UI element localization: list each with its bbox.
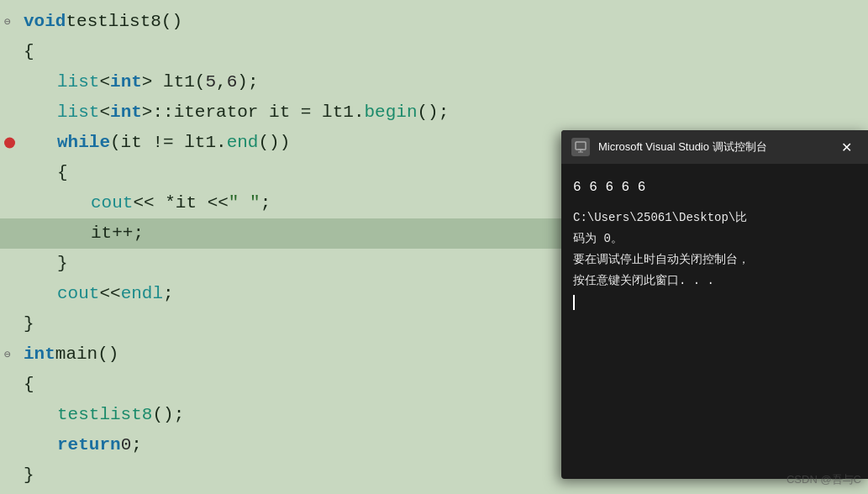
console-press-key: 按任意键关闭此窗口. . . (573, 272, 856, 290)
console-path-line2: 码为 0。 (573, 230, 856, 248)
code-token: 0 (121, 430, 132, 460)
code-token: (); (418, 97, 450, 128)
console-titlebar-left: Microsoft Visual Studio 调试控制台 (571, 138, 767, 156)
code-token: } (57, 249, 68, 279)
code-token: main() (55, 339, 119, 370)
code-token: } (24, 309, 34, 339)
console-app-icon (571, 138, 590, 156)
code-token: , (216, 67, 227, 97)
code-token: << (99, 279, 120, 309)
code-token: ; (163, 279, 174, 309)
code-line: list<int>::iterator it = lt1.begin(); (0, 97, 571, 128)
code-line: { (0, 370, 571, 400)
code-token: (it != lt1. (110, 128, 227, 158)
code-token: ); (237, 67, 258, 97)
code-area: ⊖void testlist8(){list<int> lt1(5, 6);li… (0, 0, 571, 491)
code-line: { (0, 37, 571, 67)
code-token: cout (91, 188, 133, 218)
code-token: int (110, 67, 142, 97)
code-token: ()) (258, 128, 290, 158)
code-token: cout (57, 279, 99, 309)
code-token: 6 (227, 67, 238, 97)
code-token: { (57, 158, 68, 188)
code-token: testlist8 (57, 400, 152, 430)
watermark: CSDN @吾与C (786, 472, 861, 487)
code-token: >::iterator it = lt1. (142, 97, 365, 128)
code-line: ⊖void testlist8() (0, 7, 571, 37)
code-line: testlist8(); (0, 400, 571, 430)
code-token: (); (152, 400, 184, 430)
code-token: while (57, 128, 110, 158)
code-token: ; (260, 188, 271, 218)
code-token: << *it << (133, 188, 228, 218)
console-output-numbers: 6 6 6 6 6 (573, 177, 856, 199)
code-line: cout << *it <<" "; (0, 188, 571, 218)
code-token: ; (133, 218, 144, 249)
code-line: } (0, 249, 571, 279)
console-debug-stop: 要在调试停止时自动关闭控制台， (573, 251, 856, 269)
code-line: { (0, 158, 571, 188)
breakpoint-marker (4, 138, 15, 149)
code-line: while (it != lt1.end()) (0, 128, 571, 158)
code-token: it++ (91, 218, 133, 249)
console-close-button[interactable]: ✕ (834, 135, 858, 159)
code-token: void (24, 7, 66, 37)
code-token: < (99, 97, 110, 128)
code-token: endl (121, 279, 163, 309)
code-line: return 0; (0, 430, 571, 460)
code-line: cout << endl; (0, 279, 571, 309)
code-token: } (24, 460, 34, 491)
code-line: list<int> lt1(5, 6); (0, 67, 571, 97)
console-window: Microsoft Visual Studio 调试控制台 ✕ 6 6 6 6 … (561, 130, 868, 479)
monitor-icon (575, 141, 587, 153)
code-line: } (0, 460, 571, 491)
console-cursor (573, 295, 575, 310)
code-token: " " (229, 188, 260, 218)
fold-marker: ⊖ (4, 349, 11, 360)
code-token: end (227, 128, 259, 158)
code-token: list (57, 67, 99, 97)
code-token: testlist8() (66, 7, 182, 37)
code-token: int (110, 97, 142, 128)
code-token: { (24, 37, 34, 67)
svg-rect-0 (576, 142, 586, 150)
code-token: return (57, 430, 121, 460)
code-token: int (24, 339, 55, 370)
console-body: 6 6 6 6 6 C:\Users\25061\Desktop\比 码为 0。… (561, 164, 868, 328)
code-token: < (99, 67, 110, 97)
fold-marker: ⊖ (4, 17, 11, 28)
code-line: it++; (0, 218, 571, 249)
code-token: ; (131, 430, 142, 460)
code-token: begin (365, 97, 418, 128)
code-token: > lt1( (142, 67, 206, 97)
code-line: } (0, 309, 571, 339)
code-token: list (57, 97, 99, 128)
code-token: 5 (205, 67, 216, 97)
console-path-line1: C:\Users\25061\Desktop\比 (573, 209, 856, 227)
console-titlebar: Microsoft Visual Studio 调试控制台 ✕ (561, 130, 868, 164)
code-token: { (24, 370, 34, 400)
console-title: Microsoft Visual Studio 调试控制台 (598, 139, 767, 155)
code-line: ⊖int main() (0, 339, 571, 370)
